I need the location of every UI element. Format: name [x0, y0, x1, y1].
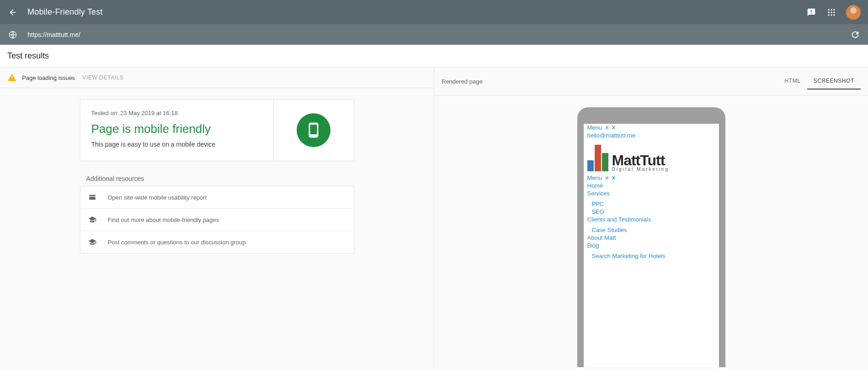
mock-nav-case-studies: Case Studies — [592, 227, 715, 233]
svg-point-4 — [831, 11, 832, 13]
resource-learn-more[interactable]: Find out more about mobile-friendly page… — [80, 209, 354, 231]
account-avatar[interactable] — [846, 5, 861, 20]
result-subtext: This page is easy to use on a mobile dev… — [91, 141, 262, 148]
device-frame: Menu ≡ ✕ hello@matttutt.me MattTutt Digi… — [577, 107, 725, 367]
svg-point-1 — [831, 9, 832, 10]
warning-icon — [7, 73, 16, 82]
mock-menu-top: Menu ≡ ✕ — [587, 124, 715, 131]
school-icon — [88, 215, 97, 224]
mock-menu-nav: Menu ≡ ✕ — [587, 174, 715, 181]
mobile-friendly-badge — [297, 113, 330, 147]
refresh-icon — [850, 30, 860, 40]
mock-logo-main: MattTutt — [612, 154, 669, 167]
results-panel: Page loading issues VIEW DETAILS Tested … — [0, 68, 434, 367]
svg-point-5 — [833, 11, 835, 13]
render-tabs: HTML SCREENSHOT — [778, 73, 861, 90]
resource-discussion-group[interactable]: Post comments or questions to our discus… — [80, 231, 354, 253]
app-title: Mobile-Friendly Test — [27, 7, 103, 17]
announcement-icon — [807, 8, 816, 17]
svg-point-3 — [828, 11, 830, 13]
view-details-button[interactable]: VIEW DETAILS — [82, 74, 123, 81]
mock-nav-seo: SEO — [592, 208, 715, 215]
svg-point-7 — [831, 14, 832, 16]
tab-html[interactable]: HTML — [778, 73, 807, 90]
arrow-left-icon — [8, 8, 17, 17]
mock-nav-about: About Matt — [587, 234, 715, 241]
mock-nav-clients: Clients and Testimonials — [587, 216, 715, 223]
apps-button[interactable] — [826, 7, 837, 18]
mock-site-logo: MattTutt Digital Marketing — [584, 139, 719, 174]
page-title: Test results — [0, 45, 868, 68]
rendered-screenshot[interactable]: Menu ≡ ✕ hello@matttutt.me MattTutt Digi… — [584, 124, 719, 367]
mock-nav-services: Services — [587, 190, 715, 197]
tested-url[interactable]: https://matttutt.me/ — [27, 31, 850, 38]
tested-on-timestamp: Tested on: 23 May 2019 at 16:18 — [91, 110, 262, 116]
school-icon — [88, 237, 97, 247]
url-bar: https://matttutt.me/ — [0, 24, 868, 45]
mock-nav-blog: Blog — [587, 242, 715, 249]
back-button[interactable] — [7, 7, 18, 18]
rendered-page-title: Rendered page — [442, 78, 778, 85]
smartphone-icon — [305, 122, 322, 138]
resource-label: Find out more about mobile-friendly page… — [108, 216, 219, 223]
app-header: Mobile-Friendly Test — [0, 0, 868, 24]
warning-label: Page loading issues — [22, 74, 75, 81]
svg-point-8 — [833, 14, 835, 16]
additional-resources-card: Open site-wide mobile usability report F… — [80, 186, 354, 253]
page-loading-issues-bar: Page loading issues VIEW DETAILS — [0, 68, 434, 88]
resource-usability-report[interactable]: Open site-wide mobile usability report — [80, 186, 354, 209]
rendered-header: Rendered page HTML SCREENSHOT — [434, 68, 868, 95]
resource-label: Post comments or questions to our discus… — [108, 239, 246, 246]
globe-icon — [7, 29, 18, 40]
svg-point-0 — [828, 9, 830, 10]
refresh-button[interactable] — [850, 29, 861, 40]
result-card: Tested on: 23 May 2019 at 16:18 Page is … — [80, 99, 354, 161]
mock-nav-ppc: PPC — [592, 200, 715, 207]
svg-point-2 — [833, 9, 835, 10]
resource-label: Open site-wide mobile usability report — [108, 194, 207, 201]
tab-screenshot[interactable]: SCREENSHOT — [807, 73, 861, 90]
rendered-panel: Rendered page HTML SCREENSHOT Menu ≡ ✕ h… — [434, 68, 868, 367]
mock-email: hello@matttutt.me — [587, 132, 715, 139]
svg-point-6 — [828, 14, 830, 16]
mock-nav-hotels: Search Marketing for Hotels — [592, 253, 715, 259]
mock-nav-home: Home — [587, 182, 715, 189]
additional-resources-heading: Additional resources — [80, 175, 354, 182]
result-heading: Page is mobile friendly — [91, 122, 262, 136]
mock-logo-sub: Digital Marketing — [612, 167, 669, 171]
apps-grid-icon — [827, 8, 836, 17]
report-icon — [88, 193, 97, 202]
feedback-button[interactable] — [806, 7, 817, 18]
